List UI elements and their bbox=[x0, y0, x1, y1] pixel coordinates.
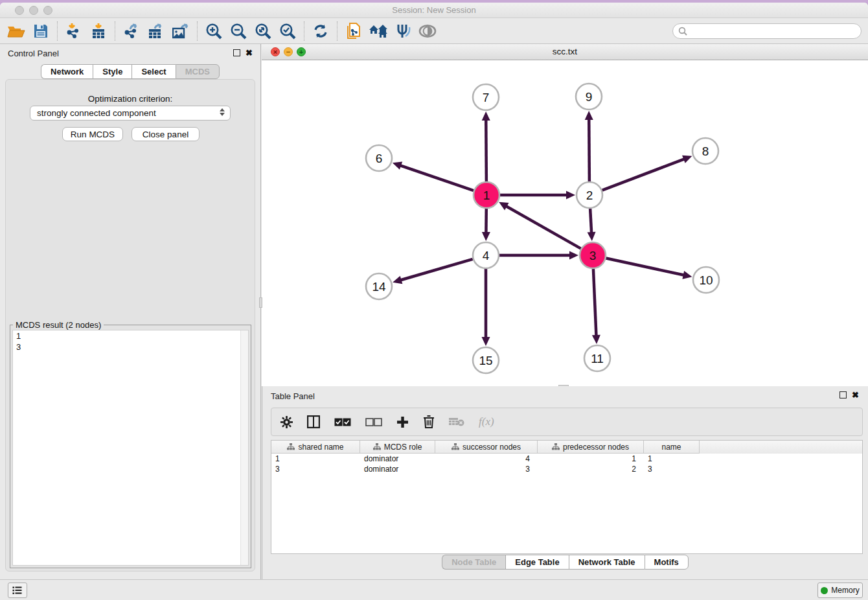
delete-table-icon[interactable] bbox=[449, 417, 464, 427]
edge-arrowhead bbox=[566, 191, 575, 200]
table-cell: 3 bbox=[271, 464, 360, 474]
table-cell: 1 bbox=[644, 454, 700, 464]
tab-node-table[interactable]: Node Table bbox=[442, 555, 505, 570]
search-icon bbox=[678, 27, 687, 36]
search-input[interactable] bbox=[687, 25, 861, 38]
edge-arrowhead bbox=[585, 111, 593, 120]
memory-label: Memory bbox=[831, 586, 859, 595]
network-window-titlebar[interactable]: × − + scc.txt bbox=[262, 44, 868, 60]
optimization-criterion-dropdown[interactable]: strongly connected component bbox=[30, 106, 231, 121]
column-header-MCDS-role[interactable]: MCDS role bbox=[360, 441, 435, 454]
column-type-icon bbox=[552, 443, 560, 450]
mcds-result-item[interactable]: 1 bbox=[13, 330, 248, 341]
function-builder-icon[interactable]: f(x) bbox=[479, 415, 494, 428]
mcds-result-title: MCDS result (2 nodes) bbox=[13, 320, 104, 330]
table-cell: 2 bbox=[538, 464, 644, 474]
export-image-icon[interactable] bbox=[168, 20, 193, 42]
edge-2-8[interactable] bbox=[602, 159, 685, 190]
edge-2-9[interactable] bbox=[589, 119, 589, 181]
node-label: 4 bbox=[483, 249, 490, 262]
column-header-successor-nodes[interactable]: successor nodes bbox=[435, 441, 538, 454]
network-title: scc.txt bbox=[262, 47, 868, 56]
tab-motifs[interactable]: Motifs bbox=[645, 555, 689, 570]
search-field[interactable] bbox=[672, 23, 862, 39]
edge-arrowhead bbox=[682, 271, 692, 279]
result-scrollbar[interactable] bbox=[240, 330, 248, 565]
control-panel-header: Control Panel ✖ bbox=[0, 47, 260, 61]
tab-network[interactable]: Network bbox=[41, 64, 93, 79]
table-toolbar: f(x) bbox=[271, 408, 863, 436]
tab-edge-table[interactable]: Edge Table bbox=[505, 555, 568, 570]
float-table-panel-icon[interactable] bbox=[839, 391, 847, 398]
run-mcds-button[interactable]: Run MCDS bbox=[62, 127, 123, 141]
hide-details-icon[interactable] bbox=[415, 20, 440, 42]
table-row[interactable]: 1dominator411 bbox=[271, 454, 862, 464]
edge-3-10[interactable] bbox=[606, 258, 685, 275]
mcds-result-group: MCDS result (2 nodes) 13 bbox=[10, 325, 251, 568]
import-table-icon[interactable] bbox=[86, 20, 111, 42]
task-history-button[interactable] bbox=[8, 583, 27, 598]
show-column-selector-icon[interactable] bbox=[307, 415, 320, 428]
zoom-selected-icon[interactable] bbox=[275, 20, 300, 42]
zoom-in-icon[interactable] bbox=[201, 20, 226, 42]
style-preview-icon[interactable] bbox=[391, 20, 415, 42]
edge-3-11[interactable] bbox=[593, 269, 597, 336]
close-panel-icon[interactable]: ✖ bbox=[246, 49, 253, 56]
table-cell: 1 bbox=[271, 454, 360, 464]
tab-network-table[interactable]: Network Table bbox=[569, 555, 645, 570]
node-label: 15 bbox=[479, 354, 492, 367]
settings-icon[interactable] bbox=[280, 416, 293, 428]
application-window: Session: New Session bbox=[0, 3, 868, 600]
zoom-fit-icon[interactable] bbox=[251, 20, 275, 42]
column-type-icon bbox=[451, 443, 459, 450]
refresh-layout-icon[interactable] bbox=[308, 20, 333, 42]
zoom-out-icon[interactable] bbox=[226, 20, 251, 42]
vertical-splitter-handle[interactable] bbox=[259, 297, 262, 308]
export-network-icon[interactable] bbox=[119, 20, 144, 42]
table-cell: 3 bbox=[435, 464, 538, 474]
edge-2-3[interactable] bbox=[590, 209, 591, 233]
edge-3-1[interactable] bbox=[506, 206, 581, 249]
edge-1-7[interactable] bbox=[486, 119, 486, 181]
node-label: 6 bbox=[376, 152, 383, 165]
mcds-result-item[interactable]: 3 bbox=[13, 341, 248, 352]
column-header-shared-name[interactable]: shared name bbox=[271, 441, 360, 454]
table-cell: 3 bbox=[644, 464, 700, 474]
table-body: 1dominator4113dominator323 bbox=[271, 454, 862, 474]
mcds-result-list[interactable]: 13 bbox=[12, 330, 249, 566]
home-icon[interactable] bbox=[366, 20, 391, 42]
edge-1-6[interactable] bbox=[400, 165, 474, 190]
save-session-icon[interactable] bbox=[29, 20, 53, 42]
table-panel-header: Table Panel ✖ bbox=[262, 390, 868, 404]
column-header-name[interactable]: name bbox=[644, 441, 700, 454]
toolbar-separator bbox=[197, 21, 198, 41]
edge-arrowhead bbox=[682, 156, 692, 163]
table-cell: dominator bbox=[360, 454, 435, 464]
tab-select[interactable]: Select bbox=[131, 64, 175, 79]
tab-mcds[interactable]: MCDS bbox=[176, 64, 220, 79]
edge-arrowhead bbox=[393, 276, 402, 284]
open-session-icon[interactable] bbox=[4, 20, 29, 42]
add-column-icon[interactable] bbox=[396, 416, 409, 428]
export-table-icon[interactable] bbox=[144, 20, 168, 42]
import-network-icon[interactable] bbox=[62, 20, 86, 42]
network-canvas[interactable]: 7968124314101511 bbox=[262, 60, 868, 386]
node-label: 2 bbox=[586, 189, 593, 202]
column-type-icon bbox=[287, 443, 295, 450]
list-icon bbox=[12, 586, 23, 595]
close-table-panel-icon[interactable]: ✖ bbox=[852, 391, 859, 398]
deselect-all-icon[interactable] bbox=[365, 418, 382, 426]
tab-style[interactable]: Style bbox=[93, 64, 131, 79]
float-panel-icon[interactable] bbox=[233, 49, 240, 56]
close-panel-button[interactable]: Close panel bbox=[131, 127, 200, 141]
delete-column-icon[interactable] bbox=[423, 415, 435, 428]
memory-button[interactable]: Memory bbox=[817, 583, 863, 598]
dropdown-value: strongly connected component bbox=[37, 108, 156, 118]
table-row[interactable]: 3dominator323 bbox=[271, 464, 862, 474]
clone-network-icon[interactable] bbox=[341, 20, 366, 42]
select-all-icon[interactable] bbox=[334, 418, 351, 426]
control-panel: Control Panel ✖ NetworkStyleSelectMCDS O… bbox=[0, 44, 261, 579]
status-bar: Memory bbox=[0, 579, 868, 600]
column-header-predecessor-nodes[interactable]: predecessor nodes bbox=[538, 441, 644, 454]
edge-4-14[interactable] bbox=[400, 259, 473, 281]
